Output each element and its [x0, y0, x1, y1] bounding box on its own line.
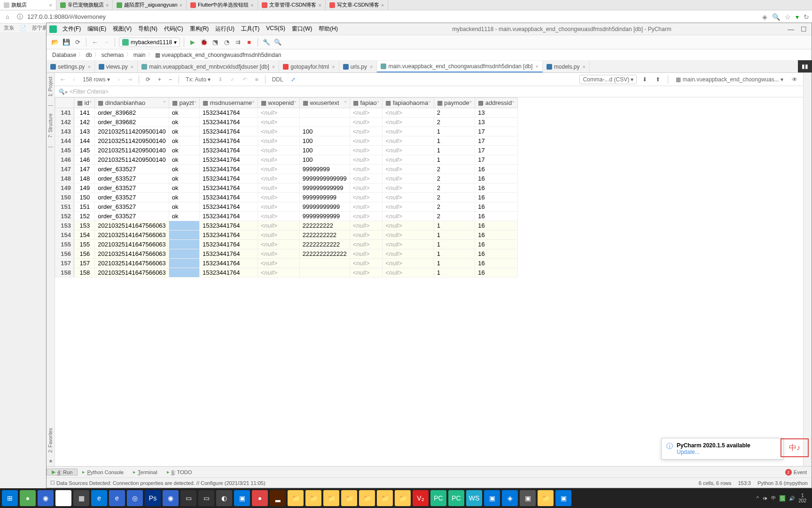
cell[interactable]: 16	[475, 240, 517, 249]
menu-item[interactable]: 编辑(E)	[85, 24, 109, 34]
cell[interactable]: <null>	[350, 155, 383, 165]
cell[interactable]: 100	[299, 155, 350, 165]
menu-item[interactable]: VCS(S)	[263, 24, 288, 34]
cell[interactable]: ok	[169, 146, 199, 155]
cell[interactable]: 15323441764	[200, 118, 258, 127]
cell[interactable]: <null>	[258, 136, 299, 146]
cell[interactable]: 15323441764	[200, 193, 258, 202]
cell[interactable]: <null>	[350, 193, 383, 202]
cell[interactable]: <null>	[383, 249, 434, 259]
view-settings-icon[interactable]: 👁	[789, 75, 800, 84]
cell[interactable]: 141	[74, 108, 95, 118]
cell[interactable]: 2	[434, 165, 475, 174]
cell[interactable]: ok	[169, 212, 199, 221]
bookmark-icon[interactable]: ☆	[785, 13, 791, 21]
cell[interactable]: ok	[169, 155, 199, 165]
cell[interactable]: 1	[434, 127, 475, 136]
cell[interactable]: 1	[434, 249, 475, 259]
info-icon[interactable]: ⓘ	[15, 12, 24, 22]
cell[interactable]: <null>	[350, 108, 383, 118]
close-icon[interactable]: ×	[583, 64, 586, 70]
row-number[interactable]: 143	[55, 127, 74, 136]
rollback-icon[interactable]: ↶	[240, 75, 250, 84]
cell[interactable]: 155	[74, 240, 95, 249]
column-header[interactable]: ▦ fapiao÷	[350, 98, 383, 108]
cell[interactable]: 2	[434, 193, 475, 202]
favorites-tab[interactable]: 2: Favorites	[48, 424, 53, 456]
table-row[interactable]: 150 150 order_633527 ok 15323441764 <nul…	[55, 193, 518, 202]
taskbar-app[interactable]: ◎	[127, 490, 143, 506]
cell[interactable]	[169, 259, 199, 268]
browser-tab[interactable]: 文章管理-CSDN博客×	[258, 0, 326, 10]
cell[interactable]: <null>	[383, 165, 434, 174]
cell[interactable]: 16	[475, 221, 517, 230]
cell[interactable]: <null>	[383, 127, 434, 136]
column-header[interactable]: ▦ id÷	[74, 98, 95, 108]
column-header[interactable]: ▦ addressid÷	[475, 98, 517, 108]
cell[interactable]: 15323441764	[200, 212, 258, 221]
coverage-icon[interactable]: ⬔	[211, 38, 220, 47]
close-icon[interactable]: ×	[381, 2, 384, 8]
cell[interactable]: 99999999	[299, 165, 350, 174]
cell[interactable]: <null>	[383, 183, 434, 193]
cell[interactable]	[299, 118, 350, 127]
table-row[interactable]: 142 142 order_839682 ok 15323441764 <nul…	[55, 118, 518, 127]
status-square-icon[interactable]: ☐	[50, 480, 55, 486]
cell[interactable]: 20210325141647566063	[95, 249, 169, 259]
tx-mode[interactable]: Tx: Auto ▾	[183, 75, 213, 84]
editor-tab[interactable]: main.vueappback_end_choongwuasdfmsdnh5di…	[377, 61, 542, 72]
cell[interactable]: 15323441764	[200, 202, 258, 212]
row-number[interactable]: 152	[55, 212, 74, 221]
bottom-tab[interactable]: ▶4: Run	[47, 468, 78, 476]
close-icon[interactable]: ×	[535, 64, 538, 69]
cell[interactable]: 2	[434, 108, 475, 118]
cell[interactable]: order_839682	[95, 108, 169, 118]
browser-tab[interactable]: 越陌度阡_aiguangyuan×	[113, 0, 187, 10]
cell[interactable]: <null>	[383, 118, 434, 127]
cell[interactable]: 1	[434, 240, 475, 249]
cell[interactable]: <null>	[383, 259, 434, 268]
cell[interactable]: 2222222222222	[299, 249, 350, 259]
cell[interactable]: 2	[434, 118, 475, 127]
cell[interactable]: 150	[74, 193, 95, 202]
cell[interactable]	[299, 259, 350, 268]
taskbar-folder[interactable]: 📁	[323, 490, 339, 506]
editor-tab[interactable]: models.py×	[543, 61, 590, 72]
cell[interactable]: 17	[475, 136, 517, 146]
cell[interactable]: 1	[434, 230, 475, 240]
column-header[interactable]: ▦ wxusertext÷	[299, 98, 350, 108]
minimize-icon[interactable]: —	[788, 25, 794, 33]
refresh-icon[interactable]: ↻	[804, 13, 809, 21]
cell[interactable]: 9999999999	[299, 193, 350, 202]
taskbar-folder[interactable]: 📁	[359, 490, 375, 506]
taskbar-app[interactable]: ▣	[555, 490, 571, 506]
sync-icon[interactable]: ⟳	[73, 38, 82, 47]
row-number[interactable]: 156	[55, 249, 74, 259]
cell[interactable]: 15323441764	[200, 221, 258, 230]
upload-icon[interactable]: ⬆	[653, 75, 663, 84]
breadcrumb-item[interactable]: Database	[50, 52, 78, 58]
editor-tab[interactable]: urls.py×	[339, 61, 377, 72]
db-path[interactable]: ▦ main.vueappback_end_choongwuas... ▾	[673, 75, 786, 84]
close-icon[interactable]: ×	[131, 64, 133, 70]
taskbar-folder[interactable]: 📁	[288, 490, 304, 506]
cell[interactable]: 15323441764	[200, 174, 258, 183]
cell[interactable]: ok	[169, 108, 199, 118]
bookmark-item[interactable]: 📄	[20, 25, 26, 31]
cell[interactable]: <null>	[258, 118, 299, 127]
cell[interactable]: order_633527	[95, 193, 169, 202]
table-row[interactable]: 148 148 order_633527 ok 15323441764 <nul…	[55, 174, 518, 183]
submit-icon[interactable]: ✓	[227, 75, 238, 84]
cell[interactable]: 15323441764	[200, 183, 258, 193]
compare-icon[interactable]: ⤢	[288, 75, 298, 84]
close-icon[interactable]: ×	[49, 2, 52, 8]
column-header[interactable]: ▦ paymode÷	[434, 98, 475, 108]
system-tray[interactable]: ^🕪中S🔊 1 202	[757, 493, 810, 503]
close-icon[interactable]: ×	[332, 64, 335, 70]
search-icon[interactable]: 🔍	[273, 38, 282, 47]
cell[interactable]: 16	[475, 259, 517, 268]
table-row[interactable]: 153 153 20210325141647566063 15323441764…	[55, 221, 518, 230]
column-header[interactable]: ▦ wxopenid÷	[258, 98, 299, 108]
cell[interactable]: <null>	[383, 221, 434, 230]
favorites-star-icon[interactable]: ★	[48, 456, 53, 466]
